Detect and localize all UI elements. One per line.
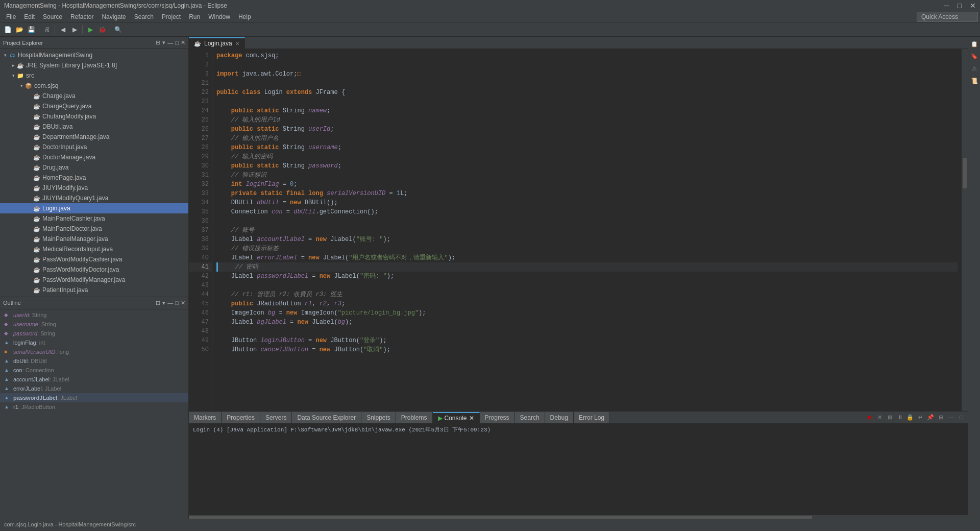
outline-max-btn[interactable]: □ [175,300,179,306]
tree-doctormanage[interactable]: ☕DoctorManage.java [0,152,188,162]
toolbar-save-btn[interactable]: 💾 [26,24,37,35]
toolbar-back-btn[interactable]: ◀ [57,24,68,35]
editor-vscroll[interactable] [962,49,968,411]
menu-refactor[interactable]: Refactor [66,12,97,21]
bottom-tab-search[interactable]: Search [515,412,545,423]
outline-userid[interactable]: ◆ userId : String [0,310,188,320]
menu-search[interactable]: Search [130,12,158,21]
bottom-tab-servers[interactable]: Servers [260,412,292,423]
quick-access-input[interactable] [917,12,978,22]
toolbar-open-btn[interactable]: 📂 [14,24,25,35]
outline-close-btn[interactable]: ✕ [181,300,185,306]
console-stop-btn[interactable]: ■ [865,413,874,422]
tree-chargequery[interactable]: ☕ChargeQuery.java [0,101,188,111]
tree-drug[interactable]: ☕Drug.java [0,162,188,173]
menu-source[interactable]: Source [39,12,66,21]
bottom-tab-console[interactable]: ▶ Console ✕ [433,412,480,423]
tree-src[interactable]: ▾ 📁 src [0,70,188,81]
bottom-tab-properties[interactable]: Properties [222,412,260,423]
side-icon-4[interactable]: 📜 [969,76,979,86]
code-content[interactable]: package com.sjsq; import java.awt.Color;… [212,49,962,411]
console-word-wrap-btn[interactable]: ↵ [916,413,925,422]
console-hscroll[interactable] [189,515,968,519]
side-icon-2[interactable]: 🔖 [969,51,979,61]
console-remove-btn[interactable]: ✕ [875,413,884,422]
outline-passwordjlabel[interactable]: ▲ passwordJLabel : JLabel [0,393,188,402]
toolbar-run-btn[interactable]: ▶ [85,24,96,35]
tree-jiuyi[interactable]: ☕JIUYIModify.java [0,183,188,193]
outline-errorjlabel[interactable]: ▲ errorJLabel : JLabel [0,384,188,393]
tree-doctor-panel[interactable]: ☕MainPanelDoctor.java [0,224,188,234]
tree-project[interactable]: ▾ 🗂 HospitalManagementSwing [0,50,188,60]
tree-pwcashier[interactable]: ☕PassWordModifyCashier.java [0,254,188,264]
toolbar-search-btn[interactable]: 🔍 [112,24,124,35]
tree-medical[interactable]: ☕MedicalRecordsInput.java [0,244,188,254]
bottom-tab-snippets[interactable]: Snippets [361,412,396,423]
outline-loginflag[interactable]: ▲ loginFlag : int [0,338,188,347]
menu-edit[interactable]: Edit [20,12,39,21]
tree-pwdoctor[interactable]: ☕PassWordModifyDoctor.java [0,264,188,275]
toolbar-fwd-btn[interactable]: ▶ [69,24,80,35]
tree-homepage[interactable]: ☕HomePage.java [0,173,188,183]
menu-run[interactable]: Run [185,12,204,21]
tree-jiuyiquery[interactable]: ☕JIUYIModifyQuery1.java [0,193,188,203]
maximize-btn[interactable]: □ [958,2,962,10]
console-clear-btn[interactable]: ⊠ [885,413,894,422]
outline-menu-btn[interactable]: ▾ [162,300,165,306]
bottom-tab-errorlog[interactable]: Error Log [574,412,610,423]
console-pause-btn[interactable]: ⏸ [895,413,904,422]
menu-project[interactable]: Project [158,12,185,21]
outline-con[interactable]: ▲ con : Connection [0,366,188,375]
bottom-tab-problems[interactable]: Problems [396,412,433,423]
tree-cashier[interactable]: ☕MainPanelCashier.java [0,213,188,224]
tree-patmanage[interactable]: ☕PatientManage.java [0,295,188,297]
menu-navigate[interactable]: Navigate [97,12,130,21]
explorer-close-btn[interactable]: ✕ [181,39,185,46]
tree-package[interactable]: ▾ 📦 com.sjsq [0,81,188,91]
tree-deptmanage[interactable]: ☕DepartmentManage.java [0,132,188,142]
explorer-min-btn[interactable]: — [167,40,173,46]
outline-min-btn[interactable]: — [167,300,173,306]
menu-window[interactable]: Window [204,12,234,21]
side-icon-3[interactable]: ⚠ [969,63,979,74]
bottom-tab-debug[interactable]: Debug [545,412,574,423]
explorer-max-btn[interactable]: □ [175,40,179,46]
bottom-tab-markers[interactable]: Markers [189,412,222,423]
side-icon-1[interactable]: 📋 [969,39,979,49]
toolbar-print-btn[interactable]: 🖨 [41,24,53,35]
bottom-tab-progress[interactable]: Progress [480,412,515,423]
outline-r1[interactable]: ▲ r1 : JRadioButton [0,402,188,412]
tree-dbutil[interactable]: ☕DBUtil.java [0,122,188,132]
tree-login[interactable]: ☕ Login.java [0,203,188,213]
minimize-btn[interactable]: ─ [944,2,949,10]
tree-patinput[interactable]: ☕PatientInput.java [0,285,188,295]
outline-collapse-btn[interactable]: ⊟ [156,300,160,306]
close-btn[interactable]: ✕ [970,2,976,10]
console-open-console-btn[interactable]: ⊞ [936,413,945,422]
outline-dbutil[interactable]: ▲ dbUtil : DBUtil [0,356,188,366]
menu-file[interactable]: File [2,12,20,21]
console-max-btn[interactable]: □ [957,413,966,422]
outline-password[interactable]: ◆ password : String [0,329,188,338]
menu-help[interactable]: Help [234,12,255,21]
tree-manager-panel[interactable]: ☕MainPanelManager.java [0,234,188,244]
explorer-menu-btn[interactable]: ▾ [162,39,165,46]
outline-serialversionuid[interactable]: ■ serialVersionUID : long [0,347,188,356]
editor-tab-close[interactable]: ✕ [235,41,239,46]
tree-charge[interactable]: ☕Charge.java [0,91,188,101]
tree-pwmanager[interactable]: ☕PassWordModifyManager.java [0,275,188,285]
console-min-btn[interactable]: — [946,413,955,422]
bottom-tab-datasource[interactable]: Data Source Explorer [292,412,361,423]
toolbar-new-btn[interactable]: 📄 [2,24,13,35]
toolbar-debug-btn[interactable]: 🐞 [96,24,108,35]
tree-doctorinput[interactable]: ☕DoctorInput.java [0,142,188,152]
console-scroll-lock-btn[interactable]: 🔒 [905,413,915,422]
console-pin-btn[interactable]: 📌 [926,413,935,422]
console-tab-close[interactable]: ✕ [469,415,474,422]
explorer-collapse-btn[interactable]: ⊟ [156,39,160,46]
outline-accountjlabel[interactable]: ▲ accountJLabel : JLabel [0,375,188,384]
editor-tab-login[interactable]: ☕ Login.java ✕ [189,37,245,49]
outline-username[interactable]: ◆ username : String [0,320,188,329]
tree-chufang[interactable]: ☕ChufangModify.java [0,111,188,122]
tree-jre[interactable]: ▸ ☕ JRE System Library [JavaSE-1.8] [0,60,188,70]
